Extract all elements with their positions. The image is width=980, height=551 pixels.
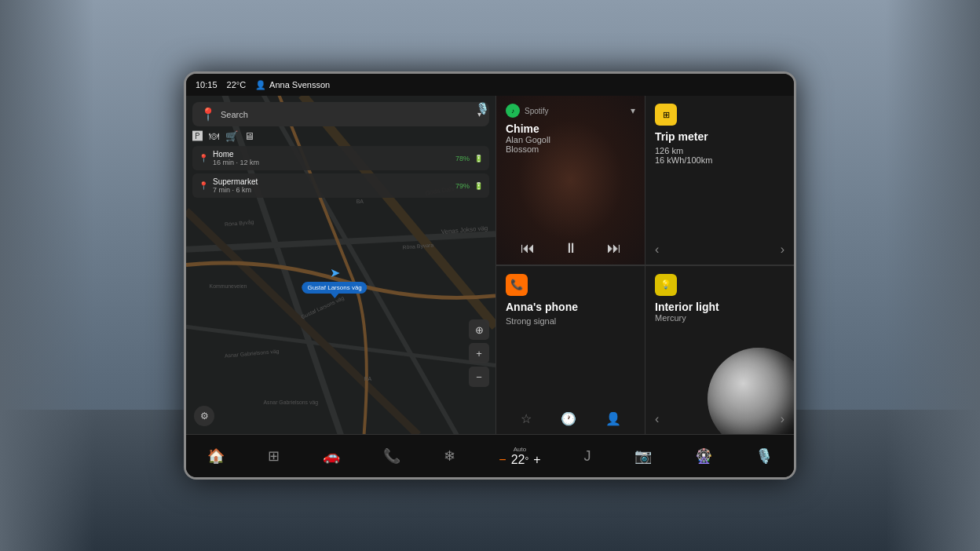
- car-icon: 🚗: [323, 447, 340, 465]
- light-prev-button[interactable]: ‹: [655, 412, 659, 426]
- bottom-navigation: 🏠 ⊞ 🚗 📞 ❄ Auto − 22° +: [186, 434, 794, 477]
- trip-icon: ⊞: [655, 104, 677, 126]
- dest-super-info: Supermarket 7 min · 6 km: [213, 177, 451, 194]
- status-bar: 10:15 22°C 👤 Anna Svensson: [186, 74, 794, 96]
- interior-light-panel: 💡 Interior light Mercury ‹ ›: [645, 265, 794, 435]
- status-temperature: 22°C: [227, 80, 247, 89]
- camera-icon: 📷: [634, 447, 652, 465]
- light-icon: 💡: [655, 274, 677, 296]
- trip-panel: ⊞ Trip meter 126 km 16 kWh/100km ‹ ›: [645, 96, 794, 265]
- music-prev-button[interactable]: ⏮: [521, 240, 535, 257]
- dest-card-home[interactable]: 📍 Home 16 min · 12 km 78% 🔋: [192, 146, 489, 170]
- music-dropdown-button[interactable]: ▾: [631, 105, 635, 116]
- steering-icon: 🎡: [695, 447, 712, 465]
- trip-nav-controls: ‹ ›: [655, 236, 784, 257]
- pin-arrow: [331, 294, 338, 298]
- music-pause-button[interactable]: ⏸: [564, 240, 578, 257]
- main-screen: 10:15 22°C 👤 Anna Svensson: [184, 71, 796, 480]
- nav-hanger[interactable]: J: [584, 448, 591, 465]
- dest-super-name: Supermarket: [213, 177, 451, 186]
- temp-auto-label: Auto: [514, 446, 526, 453]
- trip-prev-button[interactable]: ‹: [655, 243, 659, 257]
- svg-text:Asnar Gabrielsons väg: Asnar Gabrielsons väg: [264, 400, 319, 406]
- ev-icon[interactable]: 🖥: [244, 130, 254, 142]
- pin-label: Gustaf Larsons väg: [302, 282, 367, 294]
- trip-distance: 126 km: [655, 146, 784, 155]
- music-artist-name: Alan Gogoll: [506, 135, 635, 144]
- main-content-area: Döda Dals Röna Byvåg Röna Byvara Kommune…: [186, 96, 794, 434]
- mic-nav-icon: 🎙️: [755, 447, 773, 465]
- phone-contacts-button[interactable]: 👤: [605, 411, 621, 426]
- map-panel: Döda Dals Röna Byvåg Röna Byvara Kommune…: [186, 96, 495, 434]
- phone-nav-icon: 📞: [383, 447, 400, 465]
- nav-mic[interactable]: 🎙️: [755, 447, 773, 465]
- dest-card-supermarket[interactable]: 📍 Supermarket 7 min · 6 km 79% 🔋: [192, 173, 489, 198]
- restaurant-icon[interactable]: 🍽: [209, 130, 219, 142]
- search-text: Search: [221, 110, 473, 119]
- temp-number: 22: [511, 453, 525, 466]
- shopping-icon[interactable]: 🛒: [225, 130, 238, 142]
- temp-value-display: 22°: [511, 453, 529, 467]
- trip-panel-title: Trip meter: [655, 130, 784, 143]
- svg-text:RA: RA: [364, 376, 372, 381]
- light-nav-controls: ‹ ›: [655, 406, 784, 426]
- nav-home[interactable]: 🏠: [207, 447, 225, 465]
- map-search-bar[interactable]: 📍 Search ▾: [192, 102, 489, 126]
- voice-input-button[interactable]: 🎙️: [476, 102, 489, 115]
- phone-bottom-controls: ☆ 🕐 👤: [506, 405, 635, 426]
- temp-degree-symbol: °: [525, 455, 528, 466]
- dest-home-detail: 16 min · 12 km: [213, 159, 451, 166]
- dest-home-battery: 78%: [455, 155, 470, 162]
- map-zoom-out-button[interactable]: −: [469, 367, 489, 387]
- music-next-button[interactable]: ⏭: [607, 240, 621, 257]
- light-next-button[interactable]: ›: [781, 412, 784, 426]
- music-track-title: Chime: [506, 122, 635, 135]
- home-dest-icon: 📍: [199, 154, 208, 162]
- grid-icon: ⊞: [268, 447, 280, 465]
- right-cluster: [886, 0, 980, 551]
- fan-icon: ❄: [444, 447, 455, 465]
- battery-icon: 🔋: [474, 155, 483, 162]
- temp-minus-button[interactable]: −: [499, 453, 506, 467]
- destination-cards: 📍 Home 16 min · 12 km 78% 🔋 📍 Supermarke…: [192, 146, 489, 198]
- dest-super-battery: 79%: [455, 182, 470, 190]
- left-cluster: [0, 0, 94, 551]
- battery-icon-2: 🔋: [474, 182, 483, 190]
- nav-steering[interactable]: 🎡: [695, 447, 712, 465]
- map-locate-button[interactable]: ⊕: [469, 319, 489, 340]
- temp-plus-button[interactable]: +: [533, 453, 540, 467]
- trip-next-button[interactable]: ›: [781, 243, 784, 257]
- spotify-icon: ♪: [506, 104, 520, 118]
- map-settings-button[interactable]: ⚙: [194, 406, 214, 426]
- music-panel: ♪ Spotify ▾ Chime Alan Gogoll Blossom ⏮ …: [495, 96, 645, 265]
- phone-history-button[interactable]: 🕐: [561, 411, 576, 426]
- right-panels-grid: ♪ Spotify ▾ Chime Alan Gogoll Blossom ⏮ …: [495, 96, 794, 434]
- nav-car[interactable]: 🚗: [323, 447, 340, 465]
- music-album-name: Blossom: [506, 144, 635, 154]
- user-name: Anna Svensson: [269, 80, 330, 89]
- phone-panel: 📞 Anna's phone Strong signal ☆ 🕐 👤: [495, 265, 645, 435]
- status-time: 10:15: [196, 80, 218, 89]
- svg-text:BA: BA: [357, 199, 364, 204]
- home-icon: 🏠: [207, 447, 225, 465]
- map-location-pin: ➤ Gustaf Larsons väg: [302, 265, 367, 298]
- map-zoom-controls: ⊕ + −: [469, 319, 489, 387]
- phone-icon: 📞: [506, 274, 528, 296]
- phone-status: Strong signal: [506, 316, 635, 326]
- phone-star-button[interactable]: ☆: [521, 411, 532, 426]
- map-settings-area: ⚙: [194, 406, 214, 426]
- map-zoom-in-button[interactable]: +: [469, 343, 489, 363]
- music-playback-controls: ⏮ ⏸ ⏭: [506, 234, 635, 257]
- parking-icon[interactable]: 🅿: [192, 130, 203, 142]
- nav-camera[interactable]: 📷: [634, 447, 652, 465]
- svg-text:Kommuneveien: Kommuneveien: [210, 283, 247, 289]
- spotify-label: Spotify: [525, 107, 549, 115]
- trip-consumption: 16 kWh/100km: [655, 155, 784, 165]
- music-info: Chime Alan Gogoll Blossom: [506, 122, 635, 154]
- hanger-icon: J: [584, 448, 591, 465]
- status-user: 👤 Anna Svensson: [255, 80, 330, 90]
- nav-grid[interactable]: ⊞: [268, 447, 280, 465]
- nav-phone[interactable]: 📞: [383, 447, 400, 465]
- nav-fan[interactable]: ❄: [444, 447, 455, 465]
- dest-home-info: Home 16 min · 12 km: [213, 150, 451, 166]
